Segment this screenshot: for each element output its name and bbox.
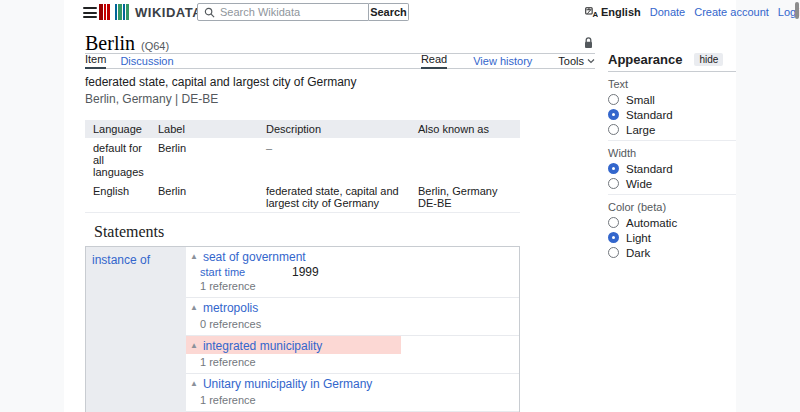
statement-value-link[interactable]: metropolis [203,301,258,315]
rank-caret-icon[interactable]: ▲ [190,253,198,261]
radio-label: Standard [626,163,673,175]
radio-icon[interactable] [608,124,619,135]
property-link[interactable]: instance of [92,253,150,267]
radio-text-small[interactable]: Small [608,94,736,105]
entity-id: (Q64) [141,40,169,52]
col-label: Label [150,120,258,138]
rank-caret-icon[interactable]: ▲ [190,342,198,350]
search-button[interactable]: Search [369,3,409,21]
radio-icon[interactable] [608,247,619,258]
section-label-color: Color (beta) [608,201,736,213]
cell-also-known-as [410,138,520,181]
search-input[interactable] [220,6,362,18]
scrollbar-thumb[interactable] [795,2,799,19]
claims-list: ▲ seat of government start time 1999 1 r… [186,247,519,412]
rank-caret-icon[interactable]: ▲ [190,380,198,388]
appearance-title: Appearance [608,52,682,67]
references-toggle[interactable]: 1 reference [200,394,519,406]
entity-aliases: Berlin, Germany | DE-BE [85,92,595,106]
statement-value-link[interactable]: seat of government [203,250,306,264]
qualifier-property-link[interactable]: start time [200,266,292,278]
radio-icon[interactable] [608,94,619,105]
divider [608,71,736,72]
references-toggle[interactable]: 1 reference [200,356,519,368]
chevron-down-icon [587,58,595,64]
references-toggle[interactable]: 1 reference [200,280,519,292]
cell-also-known-as: Berlin, Germany DE-BE [410,181,520,213]
rank-caret-icon[interactable]: ▲ [190,304,198,312]
statements-heading: Statements [94,223,595,241]
table-row: default for all languages Berlin – [85,138,520,181]
terms-header-row: Language Label Description Also known as [85,120,520,138]
radio-color-automatic[interactable]: Automatic [608,217,736,228]
language-icon: A [585,7,598,18]
statement: ▲ metropolis 0 references [186,298,519,336]
main-snak: ▲ Unitary municipality in Germany [186,374,519,392]
search-bar: Search [197,3,409,21]
search-icon [204,7,215,18]
main-snak: ▲ metropolis [186,298,519,316]
title-row: Berlin(Q64) [85,32,595,54]
col-description: Description [258,120,410,138]
menu-icon[interactable] [83,7,97,18]
lock-icon [584,35,593,53]
radio-icon[interactable] [608,217,619,228]
cell-label: Berlin [150,181,258,213]
divider [608,194,736,195]
tools-label: Tools [558,55,584,67]
entity-description: federated state, capital and largest cit… [85,75,595,89]
radio-icon[interactable] [608,109,619,120]
radio-width-wide[interactable]: Wide [608,178,736,189]
radio-icon[interactable] [608,178,619,189]
appearance-header: Appearance hide [608,52,736,66]
cell-language: English [85,181,150,213]
references-toggle[interactable]: 0 references [200,318,519,330]
main-snak-highlighted: ▲ integrated municipality [186,336,401,354]
radio-width-standard[interactable]: Standard [608,163,736,174]
radio-color-dark[interactable]: Dark [608,247,736,258]
language-label: English [601,6,641,18]
statement-group: instance of ▲ seat of government start t… [85,246,520,412]
donate-link[interactable]: Donate [650,6,685,18]
radio-icon[interactable] [608,163,619,174]
scrollbar[interactable] [794,0,800,412]
user-links: A English Donate Create account Log in [585,6,800,18]
hide-button[interactable]: hide [694,53,723,66]
cell-language: default for all languages [85,138,150,181]
radio-label: Light [626,232,651,244]
tab-read[interactable]: Read [421,53,447,69]
statement-value-link[interactable]: integrated municipality [203,339,322,353]
wikidata-logo-icon [99,4,129,20]
table-row: English Berlin federated state, capital … [85,181,520,213]
radio-icon[interactable] [608,232,619,243]
radio-text-large[interactable]: Large [608,124,736,135]
tab-tools[interactable]: Tools [558,55,595,69]
radio-text-standard[interactable]: Standard [608,109,736,120]
statement: ▲ integrated municipality 1 reference [186,336,519,374]
main-content: WIKIDATA Search A Engl [64,0,736,412]
col-language: Language [85,120,150,138]
tab-item[interactable]: Item [85,53,106,69]
statement: ▲ Unitary municipality in Germany 1 refe… [186,374,519,412]
main-snak: ▲ seat of government [186,247,519,265]
tab-discussion[interactable]: Discussion [120,55,173,69]
property-cell: instance of [86,247,186,412]
cell-label: Berlin [150,138,258,181]
search-field[interactable] [197,3,369,21]
view-tabs: Read View history Tools [421,53,595,68]
create-account-link[interactable]: Create account [694,6,769,18]
wikidata-wordmark: WIKIDATA [135,5,202,20]
article: Berlin(Q64) Item Discussion Read View hi… [85,32,595,412]
wikidata-page: WIKIDATA Search A Engl [0,0,800,412]
alias-line: Berlin, Germany [418,185,512,197]
cell-description: – [258,138,410,181]
statement-value-link[interactable]: Unitary municipality in Germany [203,377,372,391]
col-also-known-as: Also known as [410,120,520,138]
language-selector[interactable]: A English [585,6,641,18]
radio-label: Dark [626,247,650,259]
radio-label: Small [626,94,655,106]
tab-view-history[interactable]: View history [473,55,532,69]
wikidata-logo[interactable]: WIKIDATA [99,4,202,20]
svg-text:A: A [592,10,598,18]
radio-color-light[interactable]: Light [608,232,736,243]
